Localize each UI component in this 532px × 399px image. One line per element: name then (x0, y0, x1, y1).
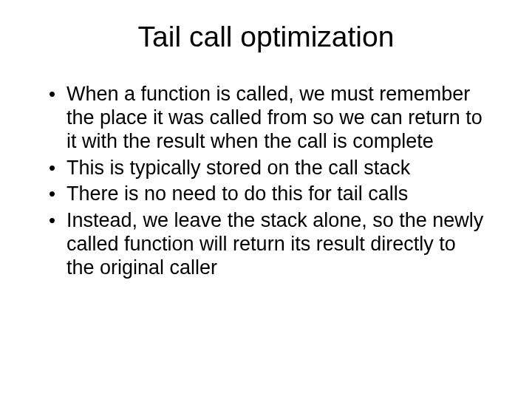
slide-title: Tail call optimization (44, 21, 488, 53)
list-item: There is no need to do this for tail cal… (44, 183, 488, 206)
list-item: When a function is called, we must remem… (44, 83, 488, 154)
bullet-list: When a function is called, we must remem… (44, 83, 488, 280)
list-item: Instead, we leave the stack alone, so th… (44, 209, 488, 280)
slide: Tail call optimization When a function i… (0, 0, 532, 399)
list-item: This is typically stored on the call sta… (44, 157, 488, 180)
